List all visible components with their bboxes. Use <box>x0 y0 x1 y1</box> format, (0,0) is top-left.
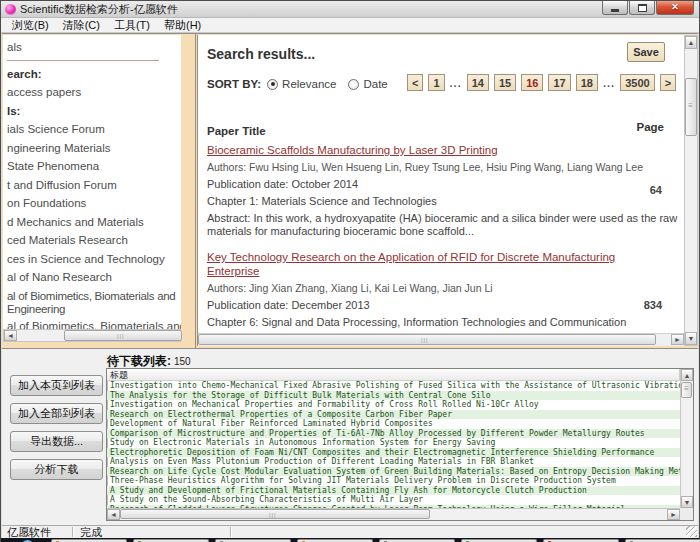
status-state: 完成 <box>80 526 102 538</box>
sidebar-item-8[interactable]: t and Diffusion Forum <box>7 179 181 192</box>
sidebar-item-11[interactable]: ced Materials Research <box>7 234 181 247</box>
sidebar-item-15[interactable]: al of Biomimetics, Biomaterials and <box>7 320 181 330</box>
download-row-9[interactable]: Research on Life Cycle Cost Modular Eval… <box>107 467 680 477</box>
maximize-icon <box>638 4 647 12</box>
add-page-to-list-button[interactable]: 加入本页到列表 <box>10 375 103 396</box>
minimize-button[interactable] <box>602 1 628 15</box>
analyze-download-button[interactable]: 分析下载 <box>10 459 103 480</box>
app-window: Scientific数据检索分析-亿愿软件 ✕ 浏览(B)清除(C)工具(T)帮… <box>0 0 700 542</box>
sidebar-heading-4: ls: <box>7 105 181 118</box>
list-hscroll-thumb[interactable] <box>120 509 430 519</box>
app-logo-icon <box>5 4 16 15</box>
download-rows: Investigation into Chemo-Mechanical Fixe… <box>107 381 680 508</box>
paper-chapter: Chapter 1: Materials Science and Technol… <box>207 195 664 207</box>
export-data-button[interactable]: 导出数据... <box>10 431 103 452</box>
sort-by-label: SORT BY: <box>207 78 261 90</box>
page-button-15[interactable]: 15 <box>494 74 516 91</box>
page-button-3500[interactable]: 3500 <box>620 74 654 91</box>
scroll-down-icon[interactable]: ▼ <box>681 496 693 508</box>
sort-radio-relevance[interactable] <box>267 79 278 90</box>
sidebar-journal-list: alsearch:access papersls:ials Science Fo… <box>3 35 181 329</box>
download-row-2[interactable]: Investigation on Mechanical Properties a… <box>107 400 680 410</box>
resize-grip-icon[interactable] <box>686 526 697 537</box>
download-count: 150 <box>174 356 191 367</box>
sidebar-item-0[interactable]: als <box>7 41 181 54</box>
sidebar-item-10[interactable]: d Mechanics and Materials <box>7 216 181 229</box>
scroll-left-icon[interactable]: ◄ <box>4 330 17 341</box>
scroll-up-icon[interactable]: ▲ <box>681 369 693 381</box>
sidebar-item-12[interactable]: ces in Science and Technology <box>7 253 181 266</box>
minimize-icon <box>611 9 619 12</box>
download-row-7[interactable]: Electrophoretic Deposition of Foam Ni/CN… <box>107 448 680 458</box>
title-bar: Scientific数据检索分析-亿愿软件 ✕ <box>1 1 699 18</box>
scroll-down-icon[interactable]: ▼ <box>685 332 697 345</box>
results-vscroll-thumb[interactable] <box>685 78 697 136</box>
paper-abstract: Abstract: In this work, a hydroxyapatite… <box>207 212 679 238</box>
page-button-16[interactable]: 16 <box>521 74 543 91</box>
download-row-8[interactable]: Analysis on Even Mass Plutonium Producti… <box>107 457 680 467</box>
download-row-4[interactable]: Development of Natural Fiber Reinforced … <box>107 419 680 429</box>
results-horizontal-scrollbar[interactable]: ► <box>198 333 684 346</box>
save-button[interactable]: Save <box>627 42 665 62</box>
sidebar-item-7[interactable]: State Phenomena <box>7 160 181 173</box>
paper-page-number: 64 <box>650 184 662 196</box>
sidebar-item-9[interactable]: on Foundations <box>7 197 181 210</box>
page-button-18[interactable]: 18 <box>576 74 598 91</box>
scroll-right-icon[interactable]: ► <box>667 509 680 520</box>
list-vertical-scrollbar[interactable]: ▲ ▼ <box>680 369 693 508</box>
download-row-11[interactable]: A Study and Development of Frictional Ma… <box>107 486 680 496</box>
page-ellipsis: ... <box>450 77 462 89</box>
sort-radio-date[interactable] <box>348 79 359 90</box>
page-button->[interactable]: > <box>660 74 676 91</box>
page-button-14[interactable]: 14 <box>467 74 489 91</box>
sidebar-scroll-thumb[interactable] <box>64 330 182 341</box>
sidebar-horizontal-scrollbar[interactable]: ◄ <box>3 329 181 342</box>
page-button-<[interactable]: < <box>407 74 423 91</box>
sidebar-item-5[interactable]: ials Science Forum <box>7 123 181 136</box>
download-row-0[interactable]: Investigation into Chemo-Mechanical Fixe… <box>107 381 680 391</box>
maximize-button[interactable] <box>629 1 655 15</box>
download-row-5[interactable]: Comparison of Microstructure and Propert… <box>107 429 680 439</box>
paper-title-link[interactable]: Key Technology Research on the Applicati… <box>207 250 647 278</box>
menu-item-0[interactable]: 浏览(B) <box>5 18 56 33</box>
download-row-10[interactable]: Three-Phase Heuristics Algorithm for Sol… <box>107 476 680 486</box>
page-button-1[interactable]: 1 <box>428 74 444 91</box>
add-all-to-list-button[interactable]: 加入全部到列表 <box>10 403 103 424</box>
sidebar-item-14[interactable]: al of Biomimetics, Biomaterials and Engi… <box>7 290 181 316</box>
menu-item-3[interactable]: 帮助(H) <box>157 18 208 33</box>
results-scroll-thumb[interactable] <box>198 334 656 345</box>
menu-item-2[interactable]: 工具(T) <box>107 18 157 33</box>
browser-area: alsearch:access papersls:ials Science Fo… <box>2 33 698 348</box>
close-button[interactable]: ✕ <box>656 1 694 15</box>
list-horizontal-scrollbar[interactable]: ◄ ► <box>107 508 680 520</box>
download-row-3[interactable]: Research on Electrothermal Properties of… <box>107 410 680 420</box>
sidebar-item-3[interactable]: access papers <box>7 86 181 99</box>
menu-bar: 浏览(B)清除(C)工具(T)帮助(H) <box>1 18 699 33</box>
download-row-12[interactable]: A Study on the Sound-Absorbing Character… <box>107 495 680 505</box>
results-header: Search results... <box>207 46 315 62</box>
list-vscroll-thumb[interactable] <box>681 382 692 398</box>
page-ellipsis: ... <box>603 77 615 89</box>
paper-title-link[interactable]: Bioceramic Scaffolds Manufacturing by La… <box>207 143 647 157</box>
sidebar-item-13[interactable]: al of Nano Research <box>7 271 181 284</box>
column-page: Page <box>637 121 665 133</box>
paper-page-number: 834 <box>644 299 662 311</box>
panel-divider <box>195 34 196 349</box>
download-row-1[interactable]: The Analysis for the Storage of Difficul… <box>107 391 680 401</box>
download-row-6[interactable]: Study on Electronic Materials in Autonom… <box>107 438 680 448</box>
scroll-up-icon[interactable]: ▲ <box>685 36 697 49</box>
paper-authors: Authors: Fwu Hsing Liu, Wen Hsueng Lin, … <box>207 161 664 173</box>
list-header-title[interactable]: 标题 <box>107 369 680 381</box>
sidebar-item-6[interactable]: ngineering Materials <box>7 142 181 155</box>
paper-chapter: Chapter 6: Signal and Data Processing, I… <box>207 316 664 328</box>
paper-list: Bioceramic Scaffolds Manufacturing by La… <box>207 143 664 333</box>
scroll-left-icon[interactable]: ◄ <box>107 509 120 520</box>
page-button-17[interactable]: 17 <box>548 74 570 91</box>
pagination: <1...1415161718...3500> <box>407 74 676 91</box>
paper-pub-date: Publication date: December 2013 <box>207 299 664 311</box>
scroll-right-icon[interactable]: ► <box>671 334 684 345</box>
results-vertical-scrollbar[interactable]: ▲ ▼ <box>684 35 698 346</box>
window-title: Scientific数据检索分析-亿愿软件 <box>20 2 178 17</box>
paper-entry-2: Key Technology Research on the Applicati… <box>207 250 664 328</box>
menu-item-1[interactable]: 清除(C) <box>56 18 107 33</box>
